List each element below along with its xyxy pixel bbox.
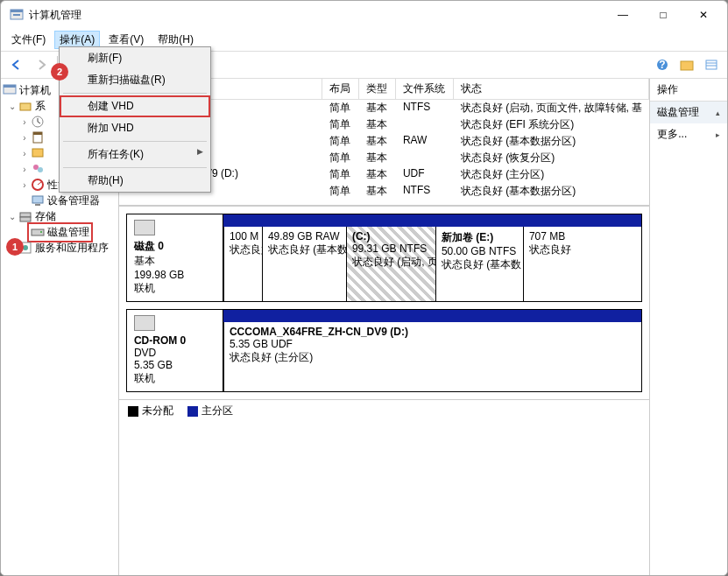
back-button[interactable] — [6, 54, 27, 75]
menu-help-item[interactable]: 帮助(H) — [60, 170, 210, 192]
svg-line-19 — [38, 182, 41, 185]
cell-fs: RAW — [396, 133, 454, 150]
cell-layout: 简单 — [322, 150, 359, 166]
badge-2: 2 — [51, 63, 68, 81]
col-status[interactable]: 状态 — [454, 79, 649, 99]
svg-rect-22 — [20, 213, 31, 217]
disk-name: 磁盘 0 — [134, 239, 216, 254]
cell-type: 基本 — [359, 133, 396, 150]
actions-pane: 操作 磁盘管理 ▴ 更多... ▸ — [650, 79, 727, 575]
partition[interactable]: 49.89 GB RAW状态良好 (基本数 — [262, 227, 346, 301]
perf-icon — [31, 178, 45, 192]
svg-rect-24 — [32, 229, 44, 235]
event-icon — [31, 130, 45, 144]
app-icon — [10, 8, 24, 22]
maximize-button[interactable]: □ — [643, 1, 683, 29]
menu-rescan-disks[interactable]: 重新扫描磁盘(R) — [60, 69, 210, 91]
svg-rect-10 — [4, 85, 16, 88]
menu-file[interactable]: 文件(F) — [6, 31, 51, 49]
partition[interactable]: (C:)99.31 GB NTFS状态良好 (启动, 页 — [346, 227, 435, 301]
cell-status: 状态良好 (基本数据分区) — [454, 183, 649, 200]
cell-status: 状态良好 (主分区) — [454, 166, 649, 183]
menu-create-vhd[interactable]: 创建 VHD — [60, 95, 210, 117]
svg-rect-2 — [13, 14, 20, 16]
partition-title: (C:) — [352, 230, 430, 242]
disk-info[interactable]: 磁盘 0基本199.98 GB联机 — [127, 214, 223, 301]
svg-rect-20 — [32, 196, 43, 203]
cell-layout: 简单 — [322, 116, 359, 133]
menu-refresh[interactable]: 刷新(F) — [60, 47, 210, 69]
partition-title: CCCOMA_X64FRE_ZH-CN_DV9 (D:) — [230, 326, 481, 338]
cell-type: 基本 — [359, 116, 396, 133]
cell-status: 状态良好 (启动, 页面文件, 故障转储, 基 — [454, 100, 649, 116]
minimize-button[interactable]: — — [603, 1, 643, 29]
svg-point-16 — [33, 165, 39, 170]
svg-rect-6 — [706, 60, 717, 69]
actions-header: 操作 — [650, 79, 727, 102]
actions-more[interactable]: 更多... ▸ — [650, 123, 727, 145]
cell-type: 基本 — [359, 150, 396, 166]
partition-status: 状态良好 (主分区) — [230, 350, 481, 365]
tree-devmgr[interactable]: 设备管理器 — [3, 193, 117, 208]
menu-all-tasks[interactable]: 所有任务(K) — [60, 144, 210, 165]
collapse-icon: ▴ — [716, 109, 720, 117]
partition[interactable]: 100 M状态良好 — [223, 227, 262, 301]
partition-status: 状态良好 (基本数 — [268, 242, 341, 257]
diskmgmt-icon — [31, 225, 45, 239]
partition-status: 状态良好 — [529, 242, 577, 257]
cell-status: 状态良好 (恢复分区) — [454, 150, 649, 166]
toolbar-list-icon[interactable] — [701, 54, 722, 75]
col-type[interactable]: 类型 — [359, 79, 396, 99]
submenu-icon: ▸ — [716, 130, 720, 139]
cell-status: 状态良好 (基本数据分区) — [454, 133, 649, 150]
partition[interactable]: 707 MB状态良好 — [523, 227, 583, 301]
disk-icon — [134, 315, 155, 331]
disk-row: CD-ROM 0DVD5.35 GB联机CCCOMA_X64FRE_ZH-CN_… — [126, 309, 642, 392]
disk-size: 199.98 GB — [134, 269, 216, 281]
col-layout[interactable]: 布局 — [322, 79, 359, 99]
partition-size: 49.89 GB RAW — [268, 230, 341, 242]
disk-info[interactable]: CD-ROM 0DVD5.35 GB联机 — [127, 310, 223, 391]
window-title: 计算机管理 — [29, 8, 603, 23]
partition-size: 100 M — [230, 230, 257, 242]
forward-button[interactable] — [31, 54, 52, 75]
disk-kind: DVD — [134, 347, 216, 359]
cell-fs — [396, 150, 454, 166]
menu-separator — [63, 93, 207, 94]
disk-state: 联机 — [134, 371, 216, 386]
menu-attach-vhd[interactable]: 附加 VHD — [60, 117, 210, 139]
partition-status: 状态良好 (基本数 — [442, 257, 518, 272]
disk-kind: 基本 — [134, 254, 216, 269]
cell-layout: 简单 — [322, 133, 359, 150]
cell-status: 状态良好 (EFI 系统分区) — [454, 116, 649, 133]
task-icon — [31, 115, 45, 129]
actions-diskmgmt[interactable]: 磁盘管理 ▴ — [650, 102, 727, 123]
col-fs[interactable]: 文件系统 — [396, 79, 454, 99]
svg-text:?: ? — [659, 59, 665, 71]
close-button[interactable]: ✕ — [683, 1, 724, 29]
cell-fs: NTFS — [396, 100, 454, 116]
tree-disk-management[interactable]: 磁盘管理 — [3, 224, 117, 240]
expand-icon[interactable]: ⌄ — [6, 102, 18, 111]
cell-type: 基本 — [359, 100, 396, 116]
svg-rect-5 — [681, 61, 693, 70]
partition-size: 5.35 GB UDF — [230, 338, 481, 350]
disk-icon — [134, 220, 155, 235]
partition[interactable]: CCCOMA_X64FRE_ZH-CN_DV9 (D:)5.35 GB UDF状… — [223, 322, 486, 391]
shared-icon — [31, 146, 45, 160]
partition-status: 状态良好 — [230, 242, 257, 257]
legend: 未分配 主分区 — [119, 399, 649, 422]
svg-rect-15 — [32, 149, 43, 157]
partition[interactable]: 新加卷 (E:)50.00 GB NTFS状态良好 (基本数 — [435, 227, 523, 301]
disk-graphic-pane: 磁盘 0基本199.98 GB联机100 M状态良好49.89 GB RAW状态… — [119, 205, 649, 575]
toolbar-help-icon[interactable]: ? — [652, 54, 673, 75]
badge-1: 1 — [6, 238, 24, 256]
cell-layout: 简单 — [322, 183, 359, 200]
toolbar-folder-icon[interactable] — [676, 54, 697, 75]
svg-rect-1 — [11, 10, 23, 12]
cell-type: 基本 — [359, 166, 396, 183]
cell-fs: UDF — [396, 166, 454, 183]
action-menu-dropdown: 2 刷新(F) 重新扫描磁盘(R) 创建 VHD 附加 VHD 所有任务(K) … — [59, 46, 211, 193]
cell-fs: NTFS — [396, 183, 454, 200]
partition-size: 99.31 GB NTFS — [352, 242, 430, 255]
